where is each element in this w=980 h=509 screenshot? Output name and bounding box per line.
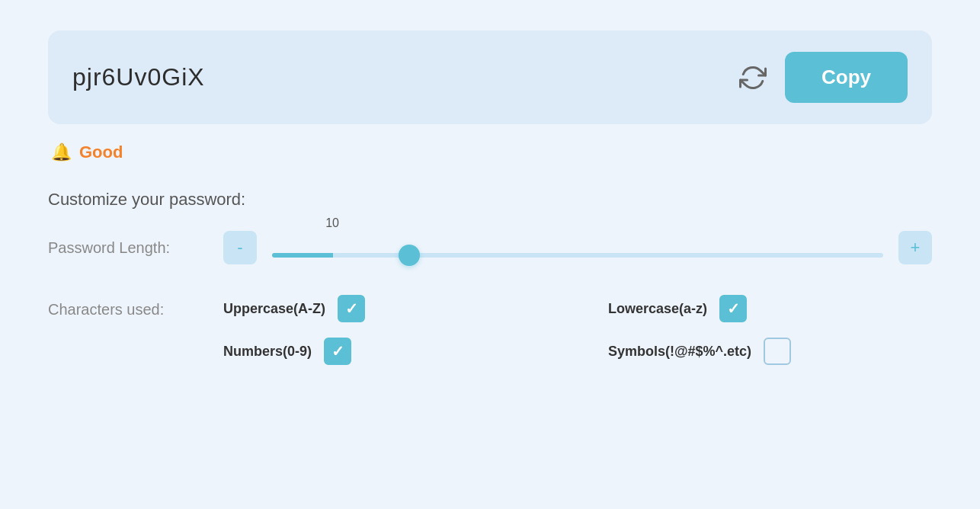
characters-grid: Uppercase(A-Z) ✓ Lowercase(a-z) ✓ Number… <box>223 295 932 365</box>
uppercase-checkbox[interactable]: ✓ <box>338 295 365 322</box>
bell-icon: 🔔 <box>51 142 72 162</box>
lowercase-option: Lowercase(a-z) ✓ <box>608 295 932 322</box>
lowercase-checkbox[interactable]: ✓ <box>719 295 747 322</box>
main-container: pjr6Uv0GiX Copy 🔔 Good Customize your pa… <box>48 30 932 365</box>
numbers-label: Numbers(0-9) <box>223 344 312 360</box>
password-value: pjr6Uv0GiX <box>72 63 721 91</box>
lowercase-label: Lowercase(a-z) <box>608 301 707 317</box>
symbols-checkbox[interactable]: ✓ <box>764 338 791 365</box>
length-label: Password Length: <box>48 239 208 257</box>
lowercase-checkmark: ✓ <box>727 299 740 318</box>
length-row: Password Length: - 10 + <box>48 231 932 264</box>
strength-label: Good <box>79 142 123 162</box>
characters-section: Characters used: Uppercase(A-Z) ✓ Lowerc… <box>48 295 932 365</box>
minus-button[interactable]: - <box>223 231 257 264</box>
length-slider[interactable] <box>272 253 883 258</box>
slider-container: 10 <box>272 238 883 258</box>
numbers-checkbox[interactable]: ✓ <box>324 338 351 365</box>
numbers-checkmark: ✓ <box>331 342 344 360</box>
strength-row: 🔔 Good <box>48 142 932 162</box>
slider-value: 10 <box>325 216 339 230</box>
uppercase-label: Uppercase(A-Z) <box>223 301 325 317</box>
plus-button[interactable]: + <box>898 231 932 264</box>
customize-title: Customize your password: <box>48 190 932 210</box>
symbols-label: Symbols(!@#$%^.etc) <box>608 344 751 360</box>
refresh-button[interactable] <box>739 64 767 91</box>
uppercase-checkmark: ✓ <box>345 299 358 318</box>
copy-button[interactable]: Copy <box>785 52 908 103</box>
symbols-option: Symbols(!@#$%^.etc) ✓ <box>608 338 932 365</box>
uppercase-option: Uppercase(A-Z) ✓ <box>223 295 547 322</box>
refresh-icon <box>739 64 767 91</box>
characters-label: Characters used: <box>48 295 208 319</box>
password-box: pjr6Uv0GiX Copy <box>48 30 932 124</box>
numbers-option: Numbers(0-9) ✓ <box>223 338 547 365</box>
